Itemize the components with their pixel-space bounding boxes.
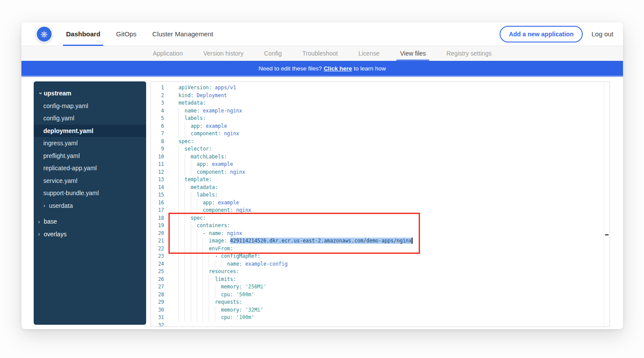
tree-item-label: config-map.yaml <box>43 102 88 109</box>
code-line-17[interactable]: component: nginx <box>178 207 603 214</box>
subnav-tab-registry-settings[interactable]: Registry settings <box>446 46 491 61</box>
tree-item-deployment-yaml[interactable]: deployment.yaml <box>34 125 146 137</box>
code-line-29[interactable]: requests: <box>178 298 603 306</box>
code-line-2[interactable]: kind: Deployment <box>178 92 603 100</box>
indent-guides <box>178 306 221 314</box>
subnav-tab-troubleshoot[interactable]: Troubleshoot <box>302 46 338 61</box>
yaml-token <box>227 238 230 244</box>
primary-nav-tabs: DashboardGitOpsCluster Management <box>64 22 227 46</box>
tree-item-preflight-yaml[interactable]: preflight.yaml <box>34 150 146 162</box>
yaml-token: cpu: <box>221 314 233 320</box>
yaml-token: component: <box>191 130 221 137</box>
code-line-26[interactable]: limits: <box>178 276 603 284</box>
code-line-8[interactable]: spec: <box>178 138 603 146</box>
yaml-token: apiVersion: <box>178 84 212 91</box>
yaml-token: configMapRef: <box>221 253 260 259</box>
banner-text-after: to learn how <box>354 65 386 72</box>
code-line-11[interactable]: app: example <box>178 161 603 168</box>
nav-tab-cluster-management[interactable]: Cluster Management <box>150 22 215 46</box>
tree-item-label: userdata <box>49 202 73 209</box>
code-line-24[interactable]: name: example-config <box>178 260 603 268</box>
yaml-token: resources: <box>209 268 239 274</box>
indent-guides <box>178 283 221 291</box>
tree-item-userdata[interactable]: ›userdata <box>34 200 146 212</box>
code-line-27[interactable]: memory: '256Mi' <box>178 283 603 291</box>
yaml-token: kind: <box>178 92 194 98</box>
yaml-token: '500m' <box>236 291 255 298</box>
code-line-19[interactable]: containers: <box>178 222 603 230</box>
tree-item-overlays[interactable]: ›overlays <box>34 228 146 241</box>
yaml-token: name: <box>185 108 200 114</box>
nav-tab-dashboard[interactable]: Dashboard <box>64 22 102 46</box>
code-line-23[interactable]: - configMapRef: <box>178 253 603 260</box>
yaml-token: spec: <box>191 215 206 221</box>
tree-item-ingress-yaml[interactable]: ingress.yaml <box>34 137 146 150</box>
code-line-7[interactable]: component: nginx <box>178 130 603 138</box>
subnav-tab-view-files[interactable]: View files <box>400 46 426 61</box>
tree-item-label: overlays <box>44 231 66 238</box>
code-line-20[interactable]: - name: nginx <box>178 230 603 238</box>
indent-guides <box>178 260 227 268</box>
code-line-18[interactable]: spec: <box>178 214 603 222</box>
yaml-token: Deployment <box>197 92 227 98</box>
indent-guides <box>178 314 221 322</box>
code-line-30[interactable]: memory: '32Mi' <box>178 306 603 314</box>
yaml-token: nginx <box>224 130 239 137</box>
code-line-5[interactable]: labels: <box>178 115 603 123</box>
tree-item-upstream[interactable]: ⌄upstream <box>34 87 146 100</box>
code-line-3[interactable]: metadata: <box>178 99 603 107</box>
tree-item-config-yaml[interactable]: config.yaml <box>34 112 146 125</box>
subnav-tab-license[interactable]: License <box>358 46 379 61</box>
tree-item-label: support-bundle.yaml <box>43 190 99 197</box>
indent-guides <box>178 237 209 245</box>
code-line-31[interactable]: cpu: '100m' <box>178 314 603 322</box>
yaml-token: memory: <box>221 284 242 290</box>
tree-item-replicated-app-yaml[interactable]: replicated-app.yaml <box>34 162 146 175</box>
code-line-22[interactable]: envFrom: <box>178 245 603 253</box>
add-new-application-button[interactable]: Add a new application <box>500 26 583 42</box>
code-line-21[interactable]: image: 429114214526.dkr.ecr.us-east-2.am… <box>178 237 603 245</box>
page-background: ⎈ DashboardGitOpsCluster Management Add … <box>0 0 644 358</box>
code-line-13[interactable]: template: <box>178 176 603 184</box>
nav-tab-gitops[interactable]: GitOps <box>114 22 139 46</box>
yaml-token: example-nginx <box>203 108 242 114</box>
indent-guides <box>178 268 209 276</box>
yaml-token: example <box>212 161 233 167</box>
indent-guides <box>178 245 209 253</box>
tree-item-base[interactable]: ›base <box>34 215 146 228</box>
code-line-6[interactable]: app: example <box>178 123 603 130</box>
banner-text-before: Need to edit these files? <box>259 65 322 72</box>
code-line-28[interactable]: cpu: '500m' <box>178 291 603 299</box>
yaml-token <box>233 291 236 298</box>
subnav-tab-config[interactable]: Config <box>264 46 282 61</box>
tree-item-config-map-yaml[interactable]: config-map.yaml <box>34 100 146 112</box>
yaml-code-editor[interactable]: 1234567891011121314151617181920212223242… <box>150 81 610 327</box>
code-line-10[interactable]: matchLabels: <box>178 153 603 161</box>
code-line-25[interactable]: resources: <box>178 268 603 276</box>
code-line-9[interactable]: selector: <box>178 145 603 153</box>
indent-guides <box>178 222 197 230</box>
yaml-token <box>221 130 224 137</box>
yaml-token: component: <box>197 169 227 175</box>
code-line-16[interactable]: app: example <box>178 199 603 207</box>
editor-scrollbar[interactable] <box>604 82 609 326</box>
code-line-14[interactable]: metadata: <box>178 184 603 192</box>
indent-guides <box>178 153 191 161</box>
code-line-1[interactable]: apiVersion: apps/v1 <box>178 84 603 92</box>
click-here-link[interactable]: Click here <box>324 65 352 72</box>
yaml-token: metadata: <box>178 100 206 106</box>
yaml-token: image: <box>209 238 227 244</box>
tree-item-service-yaml[interactable]: service.yaml <box>34 175 146 187</box>
log-out-link[interactable]: Log out <box>592 30 614 38</box>
yaml-token: - <box>203 230 209 236</box>
editor-scrollbar-thumb[interactable] <box>605 234 609 235</box>
code-line-15[interactable]: labels: <box>178 191 603 199</box>
yaml-token: cpu: <box>221 291 233 298</box>
code-line-4[interactable]: name: example-nginx <box>178 107 603 115</box>
code-line-32[interactable] <box>178 322 603 327</box>
tree-item-support-bundle-yaml[interactable]: support-bundle.yaml <box>34 187 146 200</box>
code-line-12[interactable]: component: nginx <box>178 168 603 176</box>
subnav-tab-version-history[interactable]: Version history <box>203 46 244 61</box>
indent-guides <box>178 276 215 284</box>
subnav-tab-application[interactable]: Application <box>153 46 183 61</box>
